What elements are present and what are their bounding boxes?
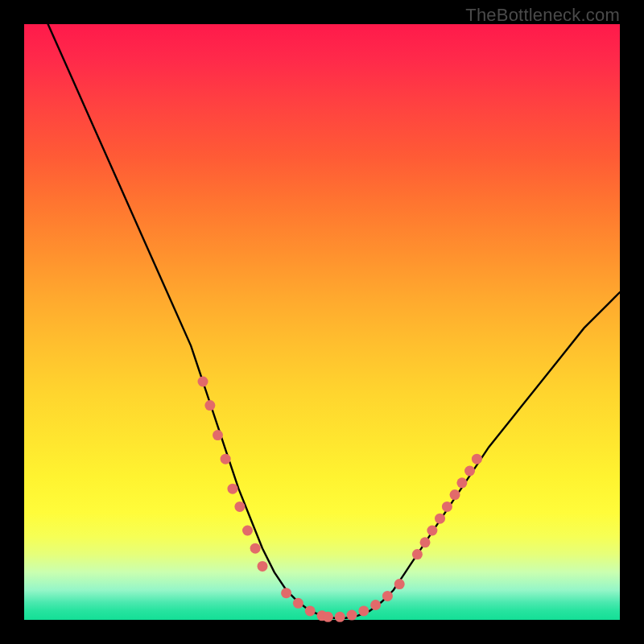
- highlight-dot: [242, 526, 253, 536]
- highlight-dot: [305, 605, 316, 616]
- highlight-dot: [281, 588, 291, 598]
- highlight-dot: [382, 591, 393, 601]
- highlight-dot: [198, 377, 208, 387]
- highlight-dot: [456, 477, 467, 488]
- chart-frame: TheBottleneck.com: [0, 0, 644, 644]
- highlight-dots-bottom: [281, 579, 405, 622]
- bottleneck-curve-svg: [24, 24, 620, 620]
- highlight-dot: [228, 484, 238, 494]
- highlight-dot: [450, 489, 460, 500]
- highlight-dot: [213, 430, 223, 440]
- highlight-dot: [293, 598, 303, 609]
- bottleneck-curve: [48, 24, 620, 618]
- highlight-dot: [442, 502, 452, 512]
- highlight-dot: [323, 612, 333, 622]
- highlight-dots-right: [412, 454, 482, 559]
- highlight-dot: [250, 543, 261, 554]
- highlight-dot: [435, 514, 445, 524]
- highlight-dot: [412, 549, 423, 559]
- highlight-dot: [472, 454, 482, 464]
- plot-area: [24, 24, 620, 620]
- highlight-dot: [258, 561, 268, 572]
- highlight-dot: [358, 605, 369, 616]
- highlight-dot: [234, 502, 245, 512]
- highlight-dot: [335, 612, 345, 622]
- highlight-dot: [394, 579, 405, 589]
- highlight-dot: [370, 600, 381, 610]
- highlight-dot: [204, 400, 215, 411]
- highlight-dot: [464, 466, 475, 477]
- highlight-dot: [427, 526, 437, 536]
- highlight-dot: [347, 610, 357, 621]
- highlight-dot: [221, 454, 231, 464]
- attribution-label: TheBottleneck.com: [465, 5, 620, 26]
- highlight-dot: [420, 537, 431, 547]
